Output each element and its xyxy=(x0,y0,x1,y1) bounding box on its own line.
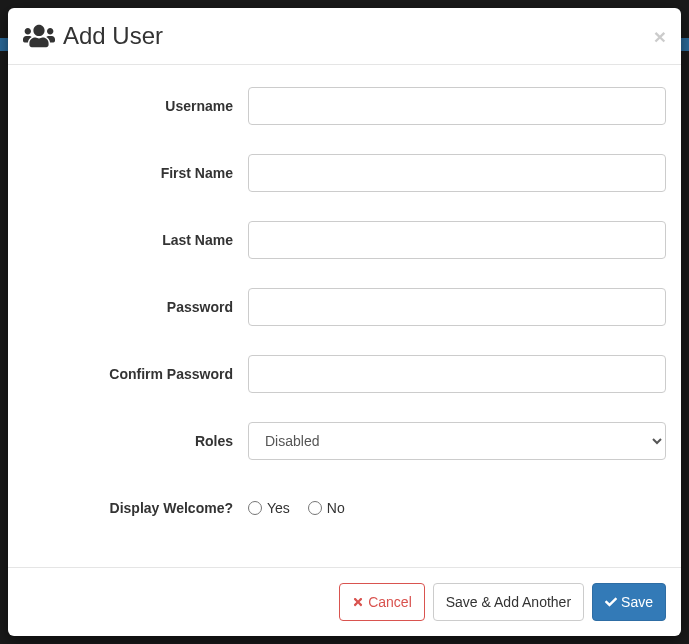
form-group-display-welcome: Display Welcome? Yes No xyxy=(23,482,666,534)
display-welcome-label: Display Welcome? xyxy=(23,500,248,516)
radio-yes[interactable] xyxy=(248,501,262,515)
modal-title: Add User xyxy=(63,23,163,49)
confirm-password-input[interactable] xyxy=(248,355,666,393)
firstname-label: First Name xyxy=(23,165,248,181)
users-icon xyxy=(23,23,55,49)
modal-header: Add User × xyxy=(8,8,681,65)
radio-no[interactable] xyxy=(308,501,322,515)
form-group-lastname: Last Name xyxy=(23,214,666,266)
radio-item-no[interactable]: No xyxy=(308,500,345,516)
close-button[interactable]: × xyxy=(654,26,666,47)
password-label: Password xyxy=(23,299,248,315)
add-user-modal: Add User × Username First Name Last Name… xyxy=(8,8,681,636)
display-welcome-radio-group: Yes No xyxy=(248,500,666,516)
save-button[interactable]: Save xyxy=(592,583,666,621)
check-icon xyxy=(605,596,617,608)
password-input[interactable] xyxy=(248,288,666,326)
modal-title-wrap: Add User xyxy=(23,23,163,49)
form-group-roles: Roles Disabled xyxy=(23,415,666,467)
lastname-input[interactable] xyxy=(248,221,666,259)
roles-select[interactable]: Disabled xyxy=(248,422,666,460)
username-input[interactable] xyxy=(248,87,666,125)
radio-yes-label: Yes xyxy=(267,500,290,516)
cancel-icon xyxy=(352,596,364,608)
cancel-button-label: Cancel xyxy=(368,592,412,612)
radio-no-label: No xyxy=(327,500,345,516)
firstname-input[interactable] xyxy=(248,154,666,192)
save-add-another-button[interactable]: Save & Add Another xyxy=(433,583,584,621)
form-group-username: Username xyxy=(23,80,666,132)
modal-body: Username First Name Last Name Password C xyxy=(8,65,681,567)
form-group-firstname: First Name xyxy=(23,147,666,199)
modal-footer: Cancel Save & Add Another Save xyxy=(8,567,681,636)
save-button-label: Save xyxy=(621,592,653,612)
radio-item-yes[interactable]: Yes xyxy=(248,500,290,516)
form-group-password: Password xyxy=(23,281,666,333)
confirm-password-label: Confirm Password xyxy=(23,366,248,382)
username-label: Username xyxy=(23,98,248,114)
roles-label: Roles xyxy=(23,433,248,449)
cancel-button[interactable]: Cancel xyxy=(339,583,425,621)
lastname-label: Last Name xyxy=(23,232,248,248)
form-group-confirm-password: Confirm Password xyxy=(23,348,666,400)
save-add-another-label: Save & Add Another xyxy=(446,592,571,612)
